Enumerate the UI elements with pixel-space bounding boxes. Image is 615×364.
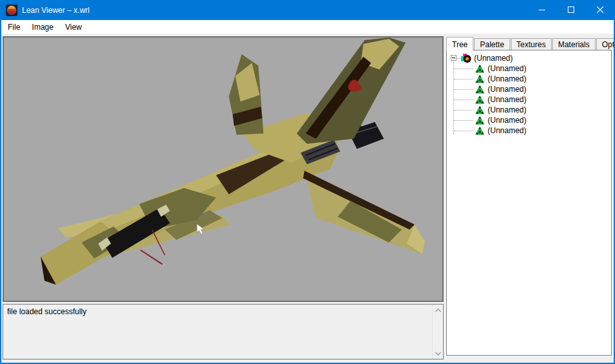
menu-file[interactable]: File	[2, 21, 26, 34]
tree-row[interactable]: (Unnamed)	[447, 115, 611, 125]
tab-materials[interactable]: Materials	[552, 38, 596, 50]
tree-row[interactable]: (Unnamed)	[447, 63, 611, 74]
tree-connector	[454, 110, 473, 111]
window-title: Lean Viewer – x.wrl	[22, 6, 90, 15]
minimize-button[interactable]	[528, 0, 557, 20]
tab-palette[interactable]: Palette	[474, 38, 510, 50]
jet-starboard-wing	[303, 171, 425, 254]
scene-node-icon	[461, 53, 471, 63]
titlebar[interactable]: Lean Viewer – x.wrl	[0, 0, 615, 20]
tab-strip: Tree Palette Textures Materials Options	[446, 36, 615, 50]
tree-connector	[454, 69, 473, 69]
tree-connector	[454, 131, 473, 131]
tab-tree[interactable]: Tree	[446, 37, 473, 50]
tree-item-label[interactable]: (Unnamed)	[488, 64, 526, 73]
tree-item-label[interactable]: (Unnamed)	[488, 95, 526, 104]
mesh-triangle-icon	[475, 74, 484, 84]
mesh-triangle-icon	[475, 105, 484, 115]
mesh-triangle-icon	[475, 85, 484, 94]
app-logo-icon	[6, 5, 17, 16]
jet-model-render	[4, 37, 442, 301]
status-log-box: file loaded successfully	[3, 304, 444, 359]
tab-textures[interactable]: Textures	[511, 38, 552, 50]
menu-view[interactable]: View	[59, 21, 88, 34]
tree-collapse-toggle[interactable]	[451, 55, 457, 61]
chevron-up-icon	[435, 308, 441, 312]
jet-right-fin	[297, 37, 405, 144]
jet-left-fin	[229, 54, 263, 135]
right-panel: Tree Palette Textures Materials Options …	[446, 36, 612, 357]
mesh-triangle-icon	[475, 126, 484, 136]
scroll-down-button[interactable]	[433, 348, 444, 359]
tree-item-label[interactable]: (Unnamed)	[488, 105, 526, 114]
close-icon	[597, 6, 604, 14]
tree-row[interactable]: (Unnamed)	[447, 84, 611, 94]
tree-connector	[454, 79, 473, 80]
tree-item-label[interactable]: (Unnamed)	[488, 74, 526, 83]
status-message: file loaded successfully	[7, 307, 87, 316]
tree-item-label[interactable]: (Unnamed)	[488, 126, 526, 135]
tree-item-label[interactable]: (Unnamed)	[488, 85, 526, 94]
mesh-triangle-icon	[475, 95, 484, 105]
tree-row[interactable]: (Unnamed)	[447, 74, 611, 84]
tree-connector	[454, 100, 473, 100]
tree-connector	[454, 120, 473, 121]
mesh-triangle-icon	[475, 116, 484, 125]
menu-bar: File Image View	[1, 20, 614, 34]
menu-image[interactable]: Image	[26, 21, 59, 34]
tab-options[interactable]: Options	[596, 38, 615, 50]
scene-tree[interactable]: (Unnamed) (Unnamed) (Unnamed	[446, 50, 612, 356]
close-button[interactable]	[586, 0, 615, 20]
minimize-icon	[539, 6, 546, 14]
tree-connector	[454, 89, 473, 90]
mesh-triangle-icon	[475, 64, 484, 74]
app-window: Lean Viewer – x.wrl File Image View	[0, 0, 615, 364]
tree-row[interactable]: (Unnamed)	[447, 105, 611, 115]
status-scrollbar[interactable]	[432, 305, 443, 359]
tree-root-label[interactable]: (Unnamed)	[474, 54, 513, 63]
tree-row[interactable]: (Unnamed)	[447, 125, 611, 136]
maximize-icon	[568, 6, 575, 14]
tree-row[interactable]: (Unnamed)	[447, 94, 611, 105]
window-controls	[528, 0, 615, 20]
scroll-up-button[interactable]	[433, 305, 444, 316]
tree-item-label[interactable]: (Unnamed)	[488, 116, 526, 125]
chevron-down-icon	[435, 352, 441, 356]
tree-row-root[interactable]: (Unnamed)	[447, 53, 611, 63]
model-viewport[interactable]	[3, 36, 444, 302]
maximize-button[interactable]	[557, 0, 586, 20]
